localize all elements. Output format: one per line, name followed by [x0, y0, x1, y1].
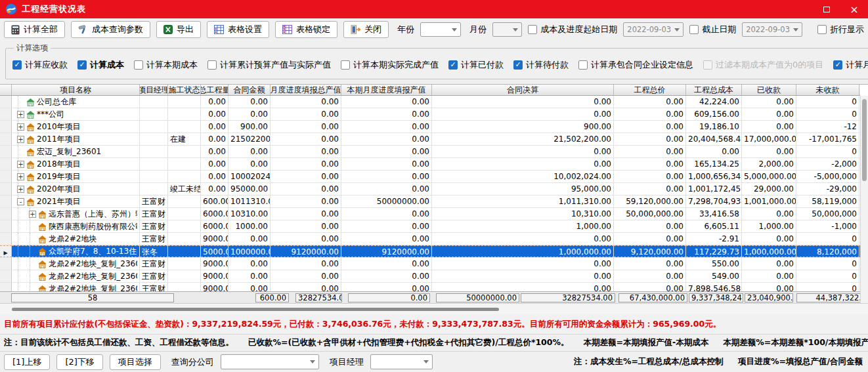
- expand-icon[interactable]: +: [17, 111, 24, 118]
- table-row[interactable]: +***公司0.000.000.000.000.000.00609,156.00…: [0, 108, 860, 121]
- table-row[interactable]: +2019年项目0.0010002024.000.000.0010,002,02…: [0, 171, 860, 183]
- current-monthly-cell: 0.00: [341, 108, 432, 120]
- status-cell: [168, 245, 201, 257]
- move-down-button[interactable]: [2]下移: [56, 354, 102, 370]
- excel-icon: [163, 25, 173, 34]
- vertical-scrollbar-thumb[interactable]: [862, 99, 867, 181]
- cost-query-params-button[interactable]: 成本查询参数: [71, 21, 150, 38]
- option-checkbox[interactable]: 计算本期实际完成产值: [341, 59, 439, 71]
- row-selector: [0, 146, 12, 157]
- close-form-button[interactable]: 关闭: [343, 21, 389, 38]
- unreceived-cell: -12: [796, 121, 859, 133]
- option-checkbox[interactable]: 计算成本: [77, 59, 124, 71]
- table-row[interactable]: 龙鼎2#2地块_复制_23606王富财9000.000.000.000.000.…: [0, 283, 860, 291]
- quantity-cell: 9000.00: [201, 283, 228, 291]
- header-monthly-progress-total[interactable]: 月度进度填报总产值: [271, 85, 341, 95]
- option-checkbox[interactable]: 计算月度进度填报产值: [833, 59, 868, 71]
- table-row[interactable]: -2021年项目王富财600.001011310.000.0050000000.…: [0, 196, 860, 208]
- option-checkbox[interactable]: 计算已付款: [448, 59, 504, 71]
- table-row[interactable]: 龙鼎2#2地块_复制_23605王富财9000.000.000.000.000.…: [0, 270, 860, 283]
- option-checkbox[interactable]: 计算待付款: [513, 59, 569, 71]
- table-row[interactable]: 公司总仓库0.000.000.000.000.000.0042,224.000.…: [0, 96, 860, 108]
- wrap-display-checkbox[interactable]: 折行显示: [817, 24, 864, 35]
- manager-cell: [140, 121, 168, 133]
- expand-icon[interactable]: +: [17, 136, 24, 143]
- header-received[interactable]: 已收款: [742, 85, 796, 95]
- button-label: 成本查询参数: [92, 24, 143, 35]
- table-row[interactable]: +2020年项目竣工未结算0.0095000.000.000.0095,000.…: [0, 183, 860, 196]
- table-row[interactable]: +远东普惠（上海、苏州）弱电工程项王富财6000.0010310.000.000…: [0, 208, 860, 220]
- header-contract-settlement[interactable]: 合同决算: [432, 85, 614, 95]
- start-date-checkbox[interactable]: 成本及进度起始日期: [528, 24, 617, 35]
- option-checkbox[interactable]: 计算本期成本: [134, 59, 198, 71]
- option-checkbox[interactable]: 计算累计预算产值与实际产值: [207, 59, 331, 71]
- manager-cell: 张冬: [140, 245, 168, 257]
- maximize-button[interactable]: [813, 0, 840, 18]
- manager-cell: [140, 133, 168, 145]
- received-cell: 0.00: [742, 121, 796, 133]
- expand-icon[interactable]: +: [17, 161, 24, 168]
- expand-icon[interactable]: +: [29, 211, 36, 218]
- table-lock-button[interactable]: 表格锁定: [275, 21, 337, 38]
- close-button[interactable]: ×: [840, 0, 868, 18]
- checkbox-icon: [528, 25, 537, 34]
- table-row[interactable]: 龙鼎2#2地块_复制_23604王富财9000.000.000.000.000.…: [0, 258, 860, 270]
- month-select[interactable]: [492, 22, 522, 37]
- end-date-select[interactable]: 2022-09-03: [742, 22, 802, 37]
- manager-select[interactable]: [370, 354, 433, 369]
- collapse-icon[interactable]: -: [17, 198, 24, 205]
- header-project-name[interactable]: 项目名称: [12, 85, 140, 95]
- end-date-checkbox[interactable]: 截止日期: [689, 24, 736, 35]
- expand-icon[interactable]: +: [17, 123, 24, 131]
- monthly-total-cell: 0.00: [271, 283, 341, 291]
- branch-select[interactable]: [221, 354, 319, 369]
- company-icon: [26, 110, 35, 118]
- project-icon: [38, 247, 47, 255]
- row-selector: [0, 171, 12, 182]
- status-cell: [168, 196, 201, 207]
- settlement-cell: 0.00: [432, 233, 614, 245]
- horizontal-scrollbar[interactable]: [0, 303, 868, 314]
- calculate-all-button[interactable]: 计算全部: [4, 21, 65, 38]
- payables-summary-text: 目前所有项目累计应付款(不包括保证金、垫资款)：9,337,219,824.59…: [4, 319, 721, 330]
- header-project-total-price[interactable]: 工程总价: [614, 85, 686, 95]
- table-row[interactable]: 宏迈_复制_236010.000.000.000.000.000.000.000…: [0, 146, 860, 158]
- start-date-select[interactable]: 2022-09-03: [623, 22, 684, 37]
- checkbox-icon: [134, 60, 143, 70]
- quantity-cell: 9000.00: [201, 258, 228, 270]
- options-panel: 计算选项 计算应收款计算成本计算本期成本计算累计预算产值与实际产值计算本期实际完…: [0, 41, 868, 84]
- quantity-cell: 0.00: [201, 121, 228, 133]
- table-row[interactable]: +2010年项目0.00900.000.000.00900.000.0019,1…: [0, 121, 860, 133]
- header-construction-status[interactable]: 施工状态: [168, 85, 201, 95]
- row-selector: [0, 158, 12, 170]
- export-button[interactable]: 导出: [156, 21, 201, 38]
- manager-cell: [140, 146, 168, 157]
- project-select-button[interactable]: 项目选择: [110, 354, 161, 370]
- row-selector: [0, 96, 12, 108]
- header-unreceived[interactable]: 未收款: [796, 85, 859, 95]
- table-row[interactable]: +2018年项目0.000.000.000.000.000.00165,134.…: [0, 158, 860, 171]
- exit-door-icon: [351, 25, 360, 34]
- table-settings-button[interactable]: 表格设置: [207, 21, 269, 38]
- table-row[interactable]: 陕西康惠制药股份有限公司药品生产王富财6000.001000.000.000.0…: [0, 220, 860, 233]
- header-project-total-cost[interactable]: 工程总成本: [686, 85, 742, 95]
- option-checkbox[interactable]: 计算应收款: [12, 59, 68, 71]
- header-project-manager[interactable]: 项目经理: [140, 85, 168, 95]
- received-cell: 1,001,000.00: [742, 196, 796, 207]
- table-row[interactable]: ▶众凯学府7、8、10-13住宅楼及地下张冬5000.001000000.009…: [0, 245, 860, 258]
- button-label: 关闭: [364, 24, 381, 35]
- year-select[interactable]: [420, 22, 461, 37]
- expand-icon[interactable]: +: [17, 173, 24, 180]
- table-row[interactable]: 龙鼎2#2地块王富财9000.000.000.000.000.000.00-2.…: [0, 233, 860, 245]
- header-current-monthly-progress[interactable]: 本期月度进度填报产值: [341, 85, 432, 95]
- row-selector: [0, 208, 12, 220]
- project-name-cell: 龙鼎2#2地块_复制_23606: [12, 283, 140, 291]
- option-checkbox[interactable]: 计算承包合同企业设定信息: [578, 59, 693, 71]
- table-row[interactable]: +2011年项目在建0.0021502200.000.000.0021,502,…: [0, 133, 860, 146]
- expand-icon[interactable]: +: [17, 186, 24, 193]
- horizontal-scrollbar-thumb[interactable]: [12, 308, 499, 311]
- move-up-button[interactable]: [1]上移: [4, 354, 50, 370]
- header-contract-amount[interactable]: 合同金额: [228, 85, 271, 95]
- header-total-quantity[interactable]: 总工程量: [201, 85, 228, 95]
- vertical-scrollbar[interactable]: [860, 96, 868, 303]
